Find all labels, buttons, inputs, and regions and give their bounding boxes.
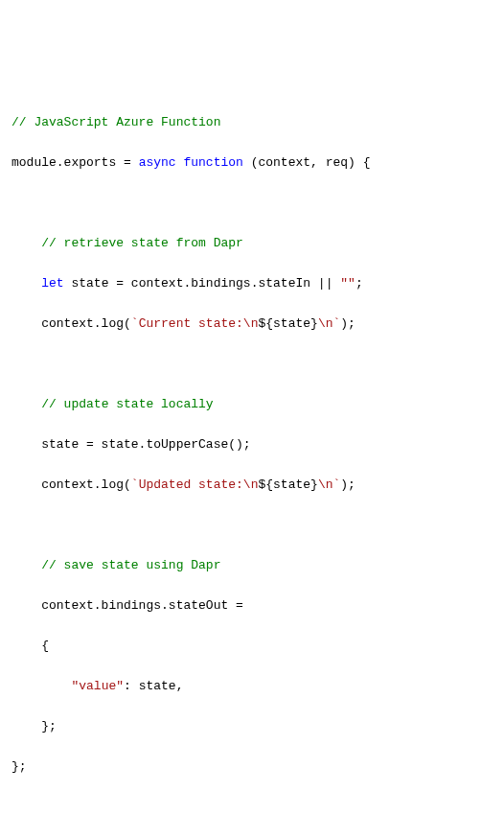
token: }; <box>11 759 27 774</box>
token: context, req <box>258 155 348 170</box>
comment: // update state locally <box>41 397 213 411</box>
token: context.log( <box>11 316 131 331</box>
token: }; <box>11 719 57 733</box>
token: ); <box>340 477 355 492</box>
keyword: let <box>41 276 63 291</box>
template-string: \n` <box>318 477 340 492</box>
token: context.bindings.stateOut = <box>11 598 243 613</box>
token: { <box>11 639 49 653</box>
comment: // retrieve state from Dapr <box>41 236 243 250</box>
template-string: `Current state:\n <box>131 316 259 331</box>
string: "" <box>340 276 355 291</box>
template-string: \n` <box>318 316 340 331</box>
comment: // save state using Dapr <box>41 558 220 572</box>
token: state = context.bindings.stateIn || <box>64 276 341 291</box>
token: ; <box>355 276 363 291</box>
token: : state, <box>124 679 183 693</box>
token: ( <box>243 155 259 170</box>
code-block: // JavaScript Azure Function module.expo… <box>11 92 493 838</box>
token: ) { <box>348 155 370 170</box>
comment: // JavaScript Azure Function <box>11 115 220 129</box>
template-string: `Updated state:\n <box>131 477 259 492</box>
interp: ${state} <box>258 477 317 492</box>
token: module <box>11 155 57 170</box>
string: "value" <box>71 679 124 693</box>
token: context.log( <box>11 477 131 492</box>
keyword: async function <box>139 155 243 170</box>
interp: ${state} <box>258 316 317 331</box>
token: state = state.toUpperCase(); <box>11 437 251 452</box>
token: ); <box>340 316 355 331</box>
token: .exports = <box>57 155 139 170</box>
